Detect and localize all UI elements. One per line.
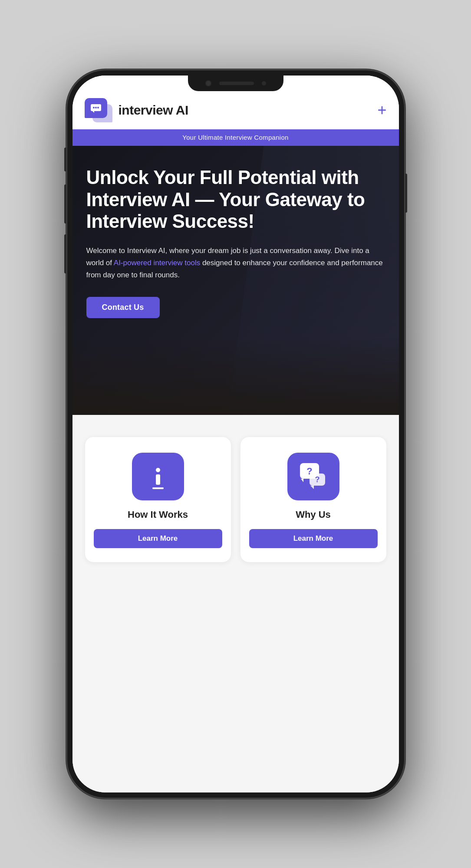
- how-it-works-title: How It Works: [128, 509, 188, 520]
- hero-content: Unlock Your Full Potential with Intervie…: [72, 146, 399, 339]
- front-camera: [205, 80, 211, 86]
- chat-bubble-icon: [90, 103, 102, 113]
- svg-marker-13: [301, 479, 303, 482]
- svg-point-2: [95, 107, 97, 108]
- add-button[interactable]: +: [377, 102, 386, 118]
- why-us-learn-more-button[interactable]: Learn More: [249, 529, 378, 548]
- svg-point-1: [93, 107, 95, 108]
- phone-screen: interview AI + Your Ultimate Interview C…: [72, 76, 399, 792]
- hero-section: Unlock Your Full Potential with Intervie…: [72, 146, 399, 415]
- how-it-works-card: How It Works Learn More: [85, 437, 231, 562]
- svg-rect-6: [156, 474, 160, 485]
- how-it-works-learn-more-button[interactable]: Learn More: [94, 529, 222, 548]
- logo-icon: [85, 98, 112, 122]
- cards-grid: How It Works Learn More ?: [85, 437, 387, 562]
- svg-point-3: [97, 107, 99, 108]
- info-icon: [143, 461, 173, 492]
- phone-shell: interview AI + Your Ultimate Interview C…: [66, 69, 405, 799]
- question-chat-icon: ? ?: [298, 461, 329, 492]
- why-us-icon: ? ?: [287, 453, 339, 500]
- svg-marker-4: [92, 111, 94, 113]
- volume-up-button: [64, 184, 66, 224]
- screen-content: interview AI + Your Ultimate Interview C…: [72, 76, 399, 792]
- phone-notch: [188, 76, 283, 91]
- hero-title: Unlock Your Full Potential with Intervie…: [86, 167, 385, 233]
- tagline-text: Your Ultimate Interview Companion: [182, 134, 288, 141]
- how-it-works-icon: [132, 453, 184, 500]
- app-logo: interview AI: [85, 98, 188, 122]
- hero-desk-gradient: [72, 337, 399, 415]
- app-title: interview AI: [119, 103, 188, 118]
- why-us-card: ? ? Why Us Learn More: [240, 437, 387, 562]
- tagline-bar: Your Ultimate Interview Companion: [72, 129, 399, 146]
- mute-button: [64, 148, 66, 171]
- volume-down-button: [64, 234, 66, 273]
- phone-device: interview AI + Your Ultimate Interview C…: [66, 69, 405, 799]
- svg-point-5: [156, 468, 160, 472]
- speaker: [219, 82, 254, 85]
- cards-section: How It Works Learn More ?: [72, 415, 399, 792]
- svg-text:?: ?: [315, 475, 319, 484]
- sensor: [262, 81, 266, 85]
- svg-marker-12: [310, 486, 314, 489]
- why-us-title: Why Us: [296, 509, 331, 520]
- hero-description: Welcome to Interview AI, where your drea…: [86, 245, 385, 281]
- ai-tools-link[interactable]: AI-powered interview tools: [114, 259, 200, 267]
- logo-bubble-front: [85, 98, 107, 118]
- power-button: [405, 174, 407, 213]
- contact-us-button[interactable]: Contact Us: [86, 297, 160, 318]
